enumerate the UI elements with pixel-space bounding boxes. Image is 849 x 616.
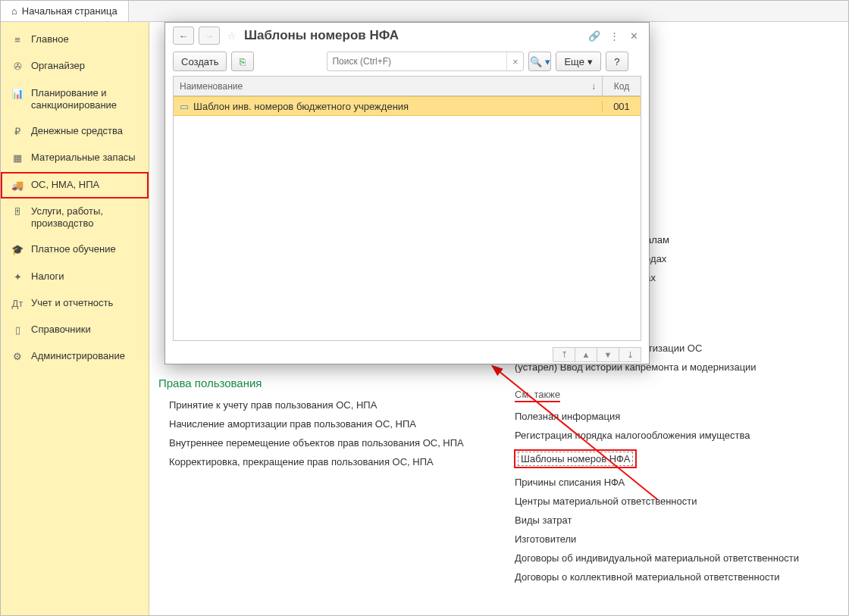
sidebar-item-label: Платное обучение	[31, 243, 116, 255]
link[interactable]: Регистрация порядка налогообложения имущ…	[515, 426, 833, 445]
sidebar-item-label: Материальные запасы	[31, 152, 136, 164]
sort-arrow-icon: ↓	[591, 81, 596, 92]
sidebar-item-label: ОС, НМА, НПА	[31, 179, 99, 191]
sidebar-item-admin[interactable]: ⚙Администрирование	[1, 343, 149, 370]
menu-icon: ≡	[11, 34, 23, 46]
ledger-icon: Дт	[11, 298, 23, 310]
sidebar-item-label: Администрирование	[31, 350, 125, 362]
chart-icon: 📊	[11, 88, 23, 100]
sidebar-item-taxes[interactable]: ✦Налоги	[1, 264, 149, 290]
grid-nav: ⤒ ▲ ▼ ⤓	[165, 346, 649, 364]
link[interactable]: Виды затрат	[515, 511, 833, 530]
tab-home-label: Начальная страница	[22, 5, 117, 17]
sidebar-item-label: Органайзер	[31, 60, 85, 72]
link-templates-nfa[interactable]: Шаблоны номеров НФА	[515, 445, 833, 473]
table-row[interactable]: ▭Шаблон инв. номеров бюджетного учрежден…	[174, 96, 641, 116]
data-grid[interactable]: Наименование↓ Код ▭Шаблон инв. номеров б…	[173, 76, 641, 341]
sidebar-item-main[interactable]: ≡Главное	[1, 27, 149, 53]
gear-icon: ⚙	[11, 351, 23, 363]
link[interactable]: Начисление амортизации прав пользования …	[169, 414, 484, 433]
sidebar-item-label: Справочники	[31, 324, 91, 336]
tab-home[interactable]: ⌂ Начальная страница	[1, 1, 129, 21]
nav-up-button[interactable]: ▲	[575, 347, 597, 362]
nav-last-button[interactable]: ⤓	[619, 347, 641, 362]
search-button[interactable]: 🔍 ▾	[528, 52, 551, 71]
sidebar-item-materials[interactable]: ▦Материальные запасы	[1, 145, 149, 171]
sidebar-item-assets[interactable]: 🚚ОС, НМА, НПА	[1, 172, 149, 199]
link[interactable]: Изготовители	[515, 530, 833, 549]
truck-icon: 🚚	[11, 180, 23, 192]
section-seealso-head: См. также	[515, 389, 833, 402]
section-rights-head: Права пользования	[158, 377, 484, 389]
dialog-templates-nfa: ← → ☆ Шаблоны номеров НФА 🔗 ⋮ ✕ Создать …	[164, 22, 650, 364]
link[interactable]: Корректировка, прекращение прав пользова…	[169, 452, 484, 471]
close-icon[interactable]: ✕	[626, 28, 641, 43]
ruble-icon: ₽	[11, 126, 23, 138]
link[interactable]: Принятие к учету прав пользования ОС, НП…	[169, 396, 484, 414]
cell-code: 001	[603, 101, 641, 112]
sidebar-item-label: Налоги	[31, 270, 64, 283]
dialog-search[interactable]: ×	[327, 52, 524, 71]
calendar-icon: ✇	[11, 61, 23, 73]
sidebar-item-label: Денежные средства	[31, 125, 123, 137]
cell-name: Шаблон инв. номеров бюджетного учреждени…	[193, 101, 409, 112]
book-icon: ▯	[11, 324, 23, 336]
sidebar-item-organizer[interactable]: ✇Органайзер	[1, 53, 149, 80]
link[interactable]: Договоры о коллективной материальной отв…	[515, 568, 833, 586]
create-copy-button[interactable]: ⎘	[231, 52, 254, 71]
home-icon: ⌂	[11, 5, 17, 17]
nav-down-button[interactable]: ▼	[597, 347, 619, 362]
help-button[interactable]: ?	[606, 52, 628, 71]
kebab-icon[interactable]: ⋮	[606, 28, 622, 43]
link[interactable]: Причины списания НФА	[515, 473, 833, 492]
sidebar-item-planning[interactable]: 📊Планирование и санкционирование	[1, 80, 149, 119]
sidebar-item-accounting[interactable]: ДтУчет и отчетность	[1, 290, 149, 317]
graduation-icon: 🎓	[11, 244, 23, 256]
tab-bar: ⌂ Начальная страница	[1, 1, 848, 22]
sidebar-item-education[interactable]: 🎓Платное обучение	[1, 236, 149, 263]
more-button[interactable]: Еще ▾	[556, 52, 600, 71]
column-header-code[interactable]: Код	[603, 77, 641, 95]
sidebar-item-label: Главное	[31, 33, 69, 45]
create-button[interactable]: Создать	[173, 52, 227, 71]
link[interactable]: Договоры об индивидуальной материальной …	[515, 549, 833, 568]
sidebar-item-catalogs[interactable]: ▯Справочники	[1, 317, 149, 343]
sidebar-item-money[interactable]: ₽Денежные средства	[1, 118, 149, 145]
nav-forward-button[interactable]: →	[199, 27, 220, 45]
favorite-star-icon[interactable]: ☆	[227, 30, 237, 42]
link[interactable]: Внутреннее перемещение объектов прав пол…	[169, 433, 484, 452]
sidebar-item-services[interactable]: 🎚Услуги, работы, производство	[1, 199, 149, 237]
sidebar-item-label: Учет и отчетность	[31, 297, 113, 309]
eagle-icon: ✦	[11, 271, 23, 283]
nav-first-button[interactable]: ⤒	[553, 347, 575, 362]
link[interactable]: Центры материальной ответственности	[515, 492, 833, 511]
clear-icon[interactable]: ×	[506, 52, 523, 70]
column-header-name[interactable]: Наименование↓	[174, 77, 603, 95]
item-icon: ▭	[180, 101, 189, 112]
sidebar-item-label: Услуги, работы, производство	[31, 205, 141, 230]
boxes-icon: ▦	[11, 152, 23, 164]
dialog-search-input[interactable]	[327, 56, 506, 67]
link-icon[interactable]: 🔗	[587, 28, 602, 43]
sidebar-item-label: Планирование и санкционирование	[31, 87, 141, 112]
sidebar: ≡Главное ✇Органайзер 📊Планирование и сан…	[1, 22, 149, 615]
nav-back-button[interactable]: ←	[173, 27, 194, 45]
dialog-title: Шаблоны номеров НФА	[244, 28, 582, 43]
sliders-icon: 🎚	[11, 206, 23, 218]
link[interactable]: Полезная информация	[515, 407, 833, 426]
